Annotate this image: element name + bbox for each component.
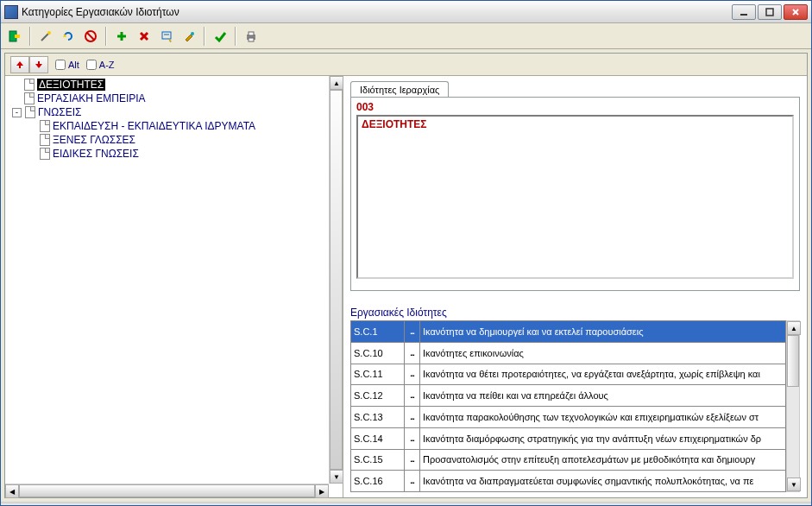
separator: [105, 27, 107, 46]
category-tree[interactable]: ΔΕΞΙΟΤΗΤΕΣ ΕΡΓΑΣΙΑΚΗ ΕΜΠΕΙΡΙΑ - ΓΝΩΣΕΙΣ: [5, 76, 329, 484]
tree-item[interactable]: ΔΕΞΙΟΤΗΤΕΣ: [9, 78, 325, 92]
scroll-down-icon[interactable]: ▼: [330, 470, 343, 484]
table-row[interactable]: S.C.16...Ικανότητα να διαπραγματεύεται σ…: [351, 471, 786, 492]
az-label: A-Z: [99, 60, 115, 70]
row-ellipsis-button[interactable]: ...: [405, 471, 420, 492]
row-ellipsis-button[interactable]: ...: [405, 364, 420, 385]
table-row[interactable]: S.C.11...Ικανότητα να θέτει προτεραιότητ…: [351, 364, 786, 385]
file-icon: [40, 134, 50, 146]
table-row[interactable]: S.C.10...Ικανότητες επικοινωνίας: [351, 342, 786, 364]
detail-pane: Ιδιότητες Ιεραρχίας 003 ΔΕΞΙΟΤΗΤΕΣ Εργασ…: [343, 76, 807, 497]
row-description[interactable]: Ικανότητα να πείθει και να επηρεάζει άλλ…: [420, 385, 786, 407]
add-button[interactable]: [111, 26, 132, 47]
row-code[interactable]: S.C.12: [351, 385, 405, 407]
tree-label[interactable]: ΞΕΝΕΣ ΓΛΩΣΣΕΣ: [53, 134, 135, 146]
az-checkbox[interactable]: [86, 60, 97, 70]
move-down-button[interactable]: [29, 56, 48, 73]
svg-rect-20: [249, 32, 254, 35]
alt-checkbox-label[interactable]: Alt: [55, 60, 79, 70]
ok-check-button[interactable]: [210, 26, 230, 47]
tree-vertical-scrollbar[interactable]: ▲ ▼: [329, 76, 343, 484]
title-bar: Κατηγορίες Εργασιακών Ιδιοτήτων: [1, 1, 811, 23]
row-ellipsis-button[interactable]: ...: [405, 342, 420, 364]
scroll-up-icon[interactable]: ▲: [330, 76, 343, 90]
wand-button[interactable]: [35, 26, 56, 47]
row-description[interactable]: Ικανότητα διαμόρφωσης στρατηγικής για τη…: [420, 427, 786, 449]
tree-label[interactable]: ΕΚΠΑΙΔΕΥΣΗ - ΕΚΠΑΙΔΕΥΤΙΚΑ ΙΔΡΥΜΑΤΑ: [53, 120, 255, 132]
table-row[interactable]: S.C.12...Ικανότητα να πείθει και να επηρ…: [351, 385, 786, 407]
row-ellipsis-button[interactable]: ...: [405, 321, 420, 343]
row-description[interactable]: Ικανότητα να θέτει προτεραιότητες, να ερ…: [420, 364, 786, 385]
scroll-down-icon[interactable]: ▼: [787, 478, 801, 491]
exit-button[interactable]: [4, 26, 25, 47]
tree-item[interactable]: ΕΡΓΑΣΙΑΚΗ ΕΜΠΕΙΡΙΑ: [9, 92, 325, 105]
svg-rect-15: [162, 32, 171, 39]
row-description[interactable]: Ικανότητα παρακολούθησης των τεχνολογικώ…: [420, 407, 786, 428]
detail-code: 003: [356, 101, 794, 113]
minimize-button[interactable]: [732, 4, 756, 20]
row-description[interactable]: Ικανότητα να διαπραγματεύεται συμφωνίες …: [420, 471, 786, 492]
tree-item[interactable]: ΞΕΝΕΣ ΓΛΩΣΣΕΣ: [9, 133, 325, 147]
tree-item[interactable]: ΕΙΔΙΚΕΣ ΓΝΩΣΕΙΣ: [9, 147, 325, 161]
delete-button[interactable]: [134, 26, 154, 47]
alt-label: Alt: [68, 60, 79, 70]
file-icon: [24, 92, 35, 104]
tree-horizontal-scrollbar[interactable]: ◀ ▶: [5, 484, 329, 497]
brush-button[interactable]: [179, 26, 199, 47]
tree-item[interactable]: ΕΚΠΑΙΔΕΥΣΗ - ΕΚΠΑΙΔΕΥΤΙΚΑ ΙΔΡΥΜΑΤΑ: [9, 119, 325, 133]
refresh-button[interactable]: [58, 26, 79, 47]
table-vertical-scrollbar[interactable]: ▲ ▼: [786, 320, 800, 492]
properties-table[interactable]: S.C.1...Ικανότητα να δημιουργεί και να ε…: [350, 320, 786, 492]
maximize-button[interactable]: [758, 4, 782, 20]
tree-pane: ΔΕΞΙΟΤΗΤΕΣ ΕΡΓΑΣΙΑΚΗ ΕΜΠΕΙΡΙΑ - ΓΝΩΣΕΙΣ: [5, 76, 343, 497]
file-icon: [25, 106, 35, 118]
table-row[interactable]: S.C.14...Ικανότητα διαμόρφωσης στρατηγικ…: [351, 427, 786, 449]
scroll-up-icon[interactable]: ▲: [787, 321, 801, 335]
table-row[interactable]: S.C.1...Ικανότητα να δημιουργεί και να ε…: [351, 321, 786, 343]
row-description[interactable]: Ικανότητα να δημιουργεί και να εκτελεί π…: [420, 321, 786, 343]
row-description[interactable]: Προσανατολισμός στην επίτευξη αποτελεσμά…: [420, 449, 786, 471]
row-description[interactable]: Ικανότητες επικοινωνίας: [420, 342, 786, 364]
svg-marker-22: [16, 61, 23, 68]
file-icon: [24, 79, 35, 91]
tab-hierarchy-properties[interactable]: Ιδιότητες Ιεραρχίας: [350, 81, 449, 98]
edit-button[interactable]: [156, 26, 177, 47]
collapse-box-icon[interactable]: -: [12, 108, 22, 117]
tree-label[interactable]: ΓΝΩΣΕΙΣ: [38, 106, 81, 118]
row-ellipsis-button[interactable]: ...: [405, 449, 420, 471]
move-up-button[interactable]: [10, 56, 29, 73]
scroll-right-icon[interactable]: ▶: [315, 484, 329, 498]
tree-label[interactable]: ΔΕΞΙΟΤΗΤΕΣ: [37, 79, 105, 91]
window-title: Κατηγορίες Εργασιακών Ιδιοτήτων: [22, 6, 732, 18]
detail-name-field[interactable]: ΔΕΞΙΟΤΗΤΕΣ: [356, 115, 794, 279]
svg-rect-1: [766, 9, 773, 16]
row-ellipsis-button[interactable]: ...: [405, 427, 420, 449]
tree-label[interactable]: ΕΙΔΙΚΕΣ ΓΝΩΣΕΙΣ: [53, 148, 139, 160]
svg-point-7: [47, 31, 51, 35]
cancel-circle-button[interactable]: [80, 26, 101, 47]
separator: [29, 27, 31, 46]
print-button[interactable]: [241, 26, 261, 47]
row-code[interactable]: S.C.1: [351, 321, 405, 343]
row-code[interactable]: S.C.13: [351, 407, 405, 428]
table-row[interactable]: S.C.13...Ικανότητα παρακολούθησης των τε…: [351, 407, 786, 428]
az-checkbox-label[interactable]: A-Z: [86, 60, 115, 70]
separator: [235, 27, 236, 46]
tree-toolbar: Alt A-Z: [5, 54, 807, 76]
table-row[interactable]: S.C.15...Προσανατολισμός στην επίτευξη α…: [351, 449, 786, 471]
row-ellipsis-button[interactable]: ...: [405, 407, 420, 428]
row-ellipsis-button[interactable]: ...: [405, 385, 420, 407]
detail-name: ΔΕΞΙΟΤΗΤΕΣ: [362, 118, 789, 130]
tree-item[interactable]: - ΓΝΩΣΕΙΣ: [9, 105, 325, 119]
close-button[interactable]: [784, 4, 808, 20]
alt-checkbox[interactable]: [55, 60, 66, 70]
row-code[interactable]: S.C.15: [351, 449, 405, 471]
svg-point-18: [191, 32, 194, 35]
tree-label[interactable]: ΕΡΓΑΣΙΑΚΗ ΕΜΠΕΙΡΙΑ: [37, 92, 146, 104]
scroll-thumb[interactable]: [787, 335, 799, 387]
row-code[interactable]: S.C.10: [351, 342, 405, 364]
row-code[interactable]: S.C.16: [351, 471, 405, 492]
row-code[interactable]: S.C.14: [351, 427, 405, 449]
row-code[interactable]: S.C.11: [351, 364, 405, 385]
scroll-left-icon[interactable]: ◀: [5, 484, 19, 498]
